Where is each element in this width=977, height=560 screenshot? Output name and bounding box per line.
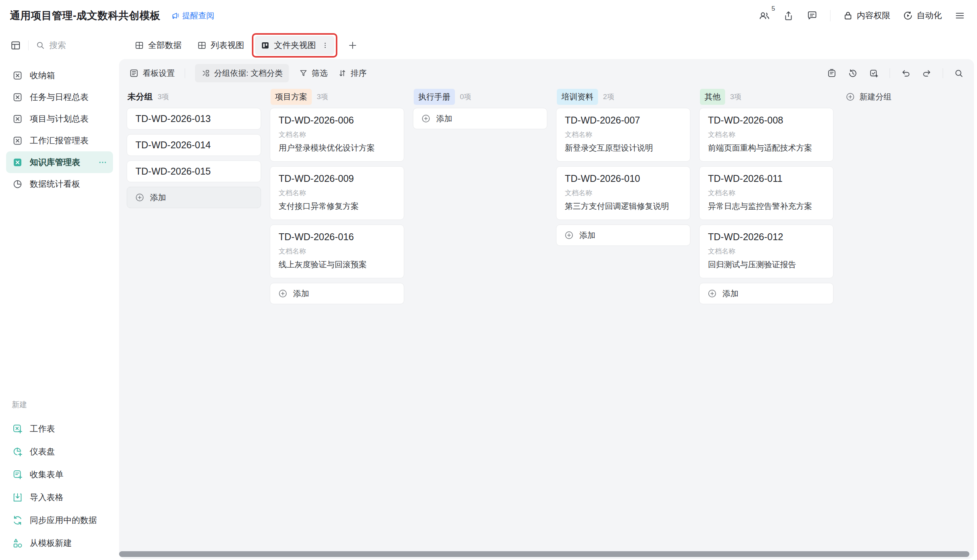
share-button[interactable]	[783, 10, 794, 22]
column-title[interactable]: 其他	[700, 89, 725, 105]
create-import[interactable]: 导入表格	[6, 486, 113, 509]
record-field-value: 异常日志与监控告警补充方案	[708, 201, 825, 212]
create-section: 新建 工作表 仪表盘 收集表单	[6, 400, 113, 555]
group-by-icon	[201, 68, 210, 78]
create-item-label: 工作表	[30, 423, 55, 435]
add-record-button[interactable]: 添加	[127, 187, 261, 208]
create-sync[interactable]: 同步应用中的数据	[6, 509, 113, 532]
sidebar-item-knowledge[interactable]: 知识库管理表	[6, 151, 113, 173]
tab-folder-view[interactable]: 文件夹视图	[255, 36, 334, 55]
record-field-label: 文档名称	[565, 130, 682, 139]
board-settings-icon	[129, 68, 139, 78]
column-title[interactable]: 培训资料	[557, 89, 598, 105]
history-icon[interactable]	[848, 68, 858, 78]
record-field-value: 第三方支付回调逻辑修复说明	[565, 201, 682, 212]
sidebar-item-projects[interactable]: 项目与计划总表	[6, 108, 113, 130]
horizontal-scrollbar[interactable]	[119, 551, 969, 557]
tab-more-icon[interactable]	[321, 42, 329, 49]
create-template[interactable]: 从模板新建	[6, 532, 113, 555]
column-title[interactable]: 执行手册	[414, 89, 455, 105]
menu-button[interactable]	[954, 10, 965, 22]
members-count-badge: 5	[772, 5, 775, 13]
record-card[interactable]: TD-WD-2026-014	[127, 134, 261, 156]
sort-button[interactable]: 排序	[338, 68, 367, 78]
add-record-button[interactable]: 添加	[413, 108, 547, 129]
create-section-label: 新建	[6, 400, 113, 410]
add-record-button[interactable]: 添加	[270, 283, 404, 304]
search-records-icon[interactable]	[954, 68, 964, 78]
record-card[interactable]: TD-WD-2026-008文档名称前端页面重构与适配技术方案	[699, 108, 833, 162]
record-card[interactable]: TD-WD-2026-010文档名称第三方支付回调逻辑修复说明	[556, 166, 690, 220]
group-by-button[interactable]: 分组依据: 文档分类	[195, 64, 289, 82]
record-field-value: 前端页面重构与适配技术方案	[708, 143, 825, 153]
checkbox-plus-icon[interactable]	[868, 68, 879, 78]
record-card[interactable]: TD-WD-2026-013	[127, 108, 261, 130]
record-card[interactable]: TD-WD-2026-015	[127, 160, 261, 182]
redo-icon[interactable]	[922, 68, 932, 78]
main-panel: 看板设置 分组依据: 文档分类 筛选 排序	[119, 59, 974, 559]
members-button[interactable]: 5	[758, 10, 771, 22]
nav-left-cluster: 搜索	[10, 40, 121, 51]
sidebar-item-inbox[interactable]: 收纳箱	[6, 65, 113, 86]
create-worksheet[interactable]: 工作表	[6, 417, 113, 440]
toolbar-divider	[943, 68, 943, 78]
sidebar-item-reports[interactable]: 工作汇报管理表	[6, 130, 113, 151]
add-view-button[interactable]	[347, 40, 358, 51]
create-item-label: 收集表单	[30, 469, 64, 480]
column-title[interactable]: 项目方案	[271, 89, 312, 105]
plus-circle-icon	[564, 230, 574, 240]
record-card-title: TD-WD-2026-012	[708, 232, 825, 242]
tab-list-view[interactable]: 列表视图	[192, 36, 249, 55]
content-permission-button[interactable]: 内容权限	[843, 10, 890, 22]
add-record-button[interactable]: 添加	[699, 283, 833, 304]
record-card[interactable]: TD-WD-2026-007文档名称新登录交互原型设计说明	[556, 108, 690, 162]
pie-chart-icon	[12, 178, 23, 190]
nav-divider	[28, 40, 28, 50]
filter-button[interactable]: 筛选	[299, 68, 328, 78]
search-input[interactable]: 搜索	[35, 40, 66, 51]
board-settings-label: 看板设置	[143, 68, 175, 78]
undo-icon[interactable]	[901, 68, 911, 78]
column-title[interactable]: 未分组	[127, 91, 153, 103]
record-card-title: TD-WD-2026-016	[279, 232, 395, 242]
record-card-title: TD-WD-2026-010	[565, 173, 682, 184]
sidebar-item-label: 收纳箱	[30, 70, 55, 81]
import-icon	[12, 492, 23, 503]
create-item-label: 仪表盘	[30, 446, 55, 457]
record-card-title: TD-WD-2026-007	[565, 115, 682, 126]
new-group-button[interactable]: 新建分组	[842, 88, 892, 106]
topbar-divider	[830, 10, 830, 22]
record-card[interactable]: TD-WD-2026-006文档名称用户登录模块优化设计方案	[270, 108, 404, 162]
automation-icon	[903, 10, 913, 21]
sort-icon	[338, 68, 347, 78]
grid-view-icon	[197, 40, 207, 50]
sidebar-item-tasks[interactable]: 任务与日程总表	[6, 86, 113, 108]
record-card[interactable]: TD-WD-2026-016文档名称线上灰度验证与回滚预案	[270, 225, 404, 278]
record-card[interactable]: TD-WD-2026-011文档名称异常日志与监控告警补充方案	[699, 166, 833, 220]
record-card[interactable]: TD-WD-2026-012文档名称回归测试与压测验证报告	[699, 225, 833, 278]
remind-link[interactable]: 提醒查阅	[171, 10, 214, 21]
sidebar-item-label: 知识库管理表	[30, 157, 80, 168]
sidebar-item-dashboard[interactable]: 数据统计看板	[6, 173, 113, 195]
filter-label: 筛选	[312, 68, 328, 78]
record-card-title: TD-WD-2026-014	[136, 140, 252, 151]
worksheet-icon-selected	[12, 157, 23, 168]
more-actions-icon[interactable]	[98, 158, 107, 167]
comment-button[interactable]	[806, 10, 818, 22]
record-card-title: TD-WD-2026-011	[708, 173, 825, 184]
tab-all-data[interactable]: 全部数据	[130, 36, 186, 55]
form-plus-icon	[12, 469, 23, 480]
add-record-button[interactable]: 添加	[556, 225, 690, 246]
create-dashboard[interactable]: 仪表盘	[6, 440, 113, 463]
content-permission-label: 内容权限	[857, 10, 890, 22]
automation-button[interactable]: 自动化	[903, 10, 942, 22]
board-settings-button[interactable]: 看板设置	[129, 68, 175, 78]
board-record-icon[interactable]	[826, 68, 837, 78]
record-card-title: TD-WD-2026-013	[136, 113, 252, 124]
create-form[interactable]: 收集表单	[6, 463, 113, 486]
worksheet-icon	[12, 135, 23, 147]
board-column: 未分组3项TD-WD-2026-013TD-WD-2026-014TD-WD-2…	[127, 88, 261, 547]
sidebar-toggle-button[interactable]	[10, 40, 22, 51]
record-card[interactable]: TD-WD-2026-009文档名称支付接口异常修复方案	[270, 166, 404, 220]
sidebar-item-label: 数据统计看板	[30, 178, 80, 190]
